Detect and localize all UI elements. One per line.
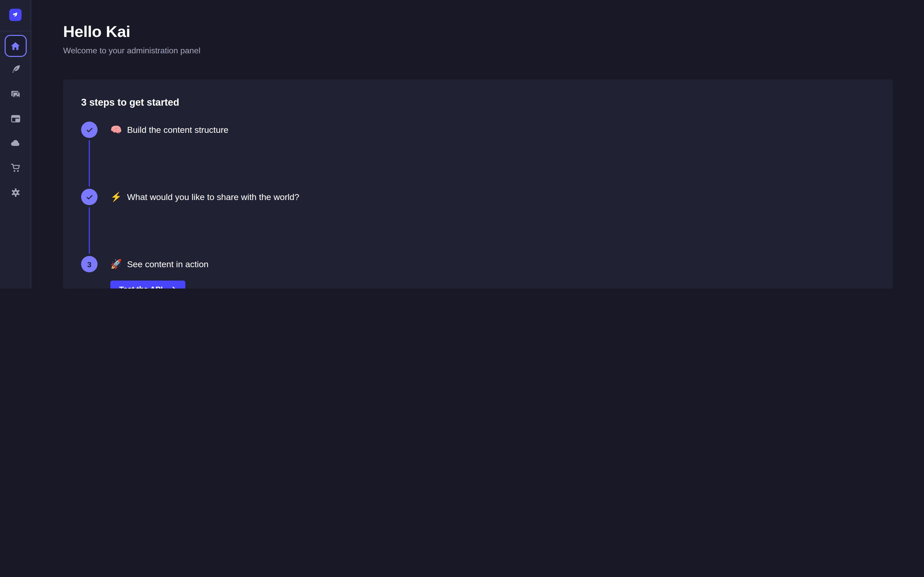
sidebar-item-content-type-builder[interactable] [4, 106, 27, 131]
cloud-icon [10, 137, 21, 149]
step-1-body: 🧠Build the content structure [97, 122, 228, 189]
step-1-done-circle [81, 122, 97, 138]
sidebar-item-settings[interactable] [4, 180, 27, 205]
arrow-right-icon [168, 285, 176, 288]
step-2-rail [81, 189, 97, 256]
sidebar-item-home[interactable] [4, 35, 26, 57]
step-3-body: 🚀See content in action Test the API [97, 256, 209, 288]
step-1-label: 🧠Build the content structure [110, 122, 228, 139]
step-1-rail [81, 122, 97, 189]
step-3-rail: 3 [81, 256, 97, 288]
layout-icon [10, 113, 21, 124]
sidebar-item-deploy[interactable] [4, 131, 27, 155]
tour-step-3: 3 🚀See content in action Test the API [81, 256, 875, 288]
main-content: Hello Kai Welcome to your administration… [31, 0, 924, 288]
sidebar-item-media-library[interactable] [4, 82, 27, 106]
rocket-emoji: 🚀 [110, 259, 122, 269]
step-3-number: 3 [87, 260, 92, 269]
check-icon [86, 193, 93, 201]
media-library-icon [10, 89, 21, 99]
home-icon [10, 41, 21, 51]
guided-tour-title: 3 steps to get started [81, 97, 875, 108]
tour-step-1: 🧠Build the content structure [81, 122, 875, 189]
strapi-logo-icon[interactable] [9, 9, 21, 21]
step-2-done-circle [81, 189, 97, 205]
brain-emoji: 🧠 [110, 125, 122, 135]
guided-tour-steps: 🧠Build the content structure [81, 122, 875, 288]
page-subtitle: Welcome to your administration panel [63, 46, 924, 55]
sidebar: KD [0, 0, 31, 288]
page-header: Hello Kai Welcome to your administration… [31, 0, 924, 55]
sidebar-item-content-manager[interactable] [4, 57, 27, 82]
cart-icon [10, 162, 21, 173]
step-2-body: ⚡What would you like to share with the w… [97, 189, 299, 256]
step-3-label: 🚀See content in action [110, 256, 209, 273]
page-title: Hello Kai [63, 23, 924, 41]
step-2-label: ⚡What would you like to share with the w… [110, 189, 299, 206]
feather-icon [10, 64, 21, 75]
step-connector [89, 207, 90, 254]
sidebar-nav [0, 31, 31, 205]
strapi-logo-glyph [12, 11, 19, 18]
check-icon [86, 126, 93, 134]
step-3-number-circle: 3 [81, 256, 97, 272]
gear-icon [10, 187, 21, 198]
tour-step-2: ⚡What would you like to share with the w… [81, 189, 875, 256]
test-the-api-button[interactable]: Test the API [110, 280, 185, 288]
guided-tour-card: 3 steps to get started 🧠Build the co [63, 79, 893, 288]
strapi-admin-app: KD Hello Kai Welcome to your administrat… [0, 0, 924, 288]
sidebar-item-marketplace[interactable] [4, 155, 27, 180]
lightning-emoji: ⚡ [110, 192, 122, 202]
step-connector [89, 140, 90, 187]
